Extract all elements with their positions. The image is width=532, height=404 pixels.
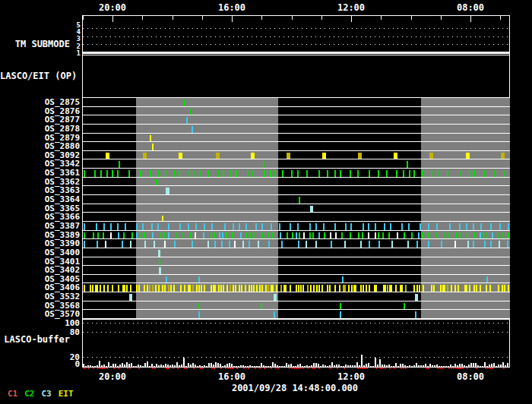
row-label: OS_3568	[0, 301, 80, 309]
event-tick	[467, 241, 469, 248]
noise-bar	[425, 364, 426, 367]
noise-bar	[110, 366, 112, 367]
event-tick	[249, 241, 250, 248]
event-tick	[368, 223, 369, 230]
event-tick	[303, 232, 305, 238]
event-tick	[112, 170, 113, 177]
noise-bar	[429, 364, 431, 367]
event-tick	[466, 285, 467, 292]
baseline-dash	[230, 368, 231, 369]
event-tick	[164, 241, 166, 248]
event-tick	[126, 285, 128, 292]
event-tick	[480, 232, 481, 238]
event-tick	[239, 285, 240, 292]
event-tick	[84, 232, 85, 238]
noise-bar	[354, 365, 356, 367]
baseline-dash	[375, 368, 377, 369]
noise-bar	[313, 363, 315, 367]
event-tick	[335, 232, 337, 238]
event-tick	[411, 232, 413, 238]
baseline-dash	[232, 368, 233, 369]
event-tick	[180, 285, 182, 292]
noise-bar	[140, 365, 141, 367]
noise-bar	[277, 365, 278, 367]
event-tick	[280, 232, 281, 238]
baseline-dash	[118, 368, 119, 369]
noise-bar	[427, 366, 429, 367]
event-tick	[219, 232, 220, 238]
buffer-gridline	[83, 323, 509, 324]
event-tick	[100, 285, 101, 292]
noise-bar	[112, 364, 114, 367]
event-tick	[390, 223, 391, 230]
event-tick	[190, 232, 192, 238]
event-tick	[448, 232, 450, 238]
baseline-dash	[312, 368, 313, 369]
baseline-dash	[357, 368, 359, 369]
event-tick	[330, 232, 331, 238]
event-tick	[407, 241, 409, 248]
baseline-dash	[485, 368, 486, 369]
hour-tick	[83, 16, 84, 20]
event-tick	[110, 232, 112, 238]
noise-bar	[480, 366, 481, 367]
baseline-dash	[129, 368, 131, 369]
baseline-dash	[380, 368, 382, 369]
event-tick	[235, 285, 236, 292]
noise-bar	[290, 364, 292, 367]
event-tick	[420, 223, 421, 230]
baseline-dash	[236, 368, 238, 369]
event-tick	[298, 241, 299, 248]
event-tick	[182, 232, 184, 238]
event-tick	[147, 285, 148, 292]
baseline-dash	[220, 368, 222, 369]
baseline-dash	[225, 368, 226, 369]
baseline-dash	[330, 368, 331, 369]
baseline-dash	[202, 368, 204, 369]
event-tick	[276, 285, 277, 292]
noise-bar	[165, 364, 166, 367]
event-tick	[391, 285, 392, 292]
event-tick	[329, 285, 331, 292]
baseline-dash	[277, 368, 279, 369]
event-tick	[252, 170, 254, 177]
noise-bar	[181, 365, 182, 367]
baseline-dash	[366, 368, 368, 369]
noise-bar	[115, 364, 116, 367]
noise-bar	[211, 363, 212, 367]
noise-bar	[395, 363, 397, 367]
event-tick	[368, 232, 369, 238]
noise-bar	[363, 365, 365, 367]
noise-bar	[502, 362, 504, 367]
noise-bar	[185, 366, 187, 367]
event-tick	[436, 223, 438, 230]
noise-bar	[213, 365, 214, 367]
baseline-dash	[458, 368, 459, 369]
noise-bar	[190, 365, 192, 367]
event-tick	[413, 170, 415, 177]
legend-item-c1: C1	[8, 389, 17, 399]
baseline-dash	[248, 368, 249, 369]
event-tick	[318, 170, 320, 177]
row-label: OS_3362	[0, 177, 80, 185]
hour-tick	[173, 16, 173, 20]
event-tick	[274, 311, 275, 318]
event-tick	[341, 232, 343, 238]
event-tick	[363, 285, 364, 292]
noise-bar	[229, 363, 230, 367]
baseline-dash	[211, 368, 213, 369]
event-tick	[256, 285, 258, 292]
event-tick	[429, 153, 433, 159]
row-separator	[82, 221, 510, 222]
baseline-dash	[127, 368, 128, 369]
event-tick	[489, 285, 491, 292]
hour-tick	[112, 16, 113, 22]
noise-bar	[206, 366, 207, 367]
noise-bar	[138, 365, 139, 367]
event-tick	[431, 285, 432, 292]
baseline-dash	[337, 368, 338, 369]
noise-bar	[208, 363, 210, 367]
noise-bar	[491, 364, 492, 367]
event-tick	[274, 294, 277, 301]
event-tick	[103, 285, 105, 292]
